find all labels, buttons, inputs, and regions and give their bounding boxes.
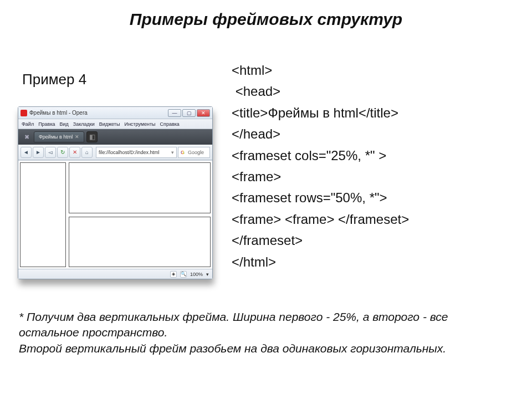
menu-bookmarks[interactable]: Закладки xyxy=(73,121,95,127)
google-icon xyxy=(181,150,186,155)
zoom-level: 100% xyxy=(190,272,203,277)
wrench-icon[interactable]: ✖ xyxy=(22,132,32,142)
browser-tab[interactable]: Фреймы в html ✕ xyxy=(34,131,84,142)
code-listing: <html> <head> <title>Фреймы в html</titl… xyxy=(232,60,514,273)
speed-dial-button[interactable]: ◧ xyxy=(86,131,98,142)
opera-icon xyxy=(21,110,27,116)
navbar: ◄ ► ◅ ↻ ✕ ⌂ file://localhost/D:/index.ht… xyxy=(18,145,212,160)
footnote: * Получим два вертикальных фрейма. Ширин… xyxy=(19,309,501,356)
code-line: <frame> xyxy=(232,169,281,184)
window-title: Фреймы в html - Opera xyxy=(29,110,168,116)
zoom-icon[interactable]: 🔍 xyxy=(180,271,187,278)
footnote-line: Второй вертикальный фрейм разобьем на дв… xyxy=(19,341,501,356)
forward-button[interactable]: ► xyxy=(33,147,44,158)
code-line: </html> xyxy=(232,254,276,269)
code-line: </frameset> xyxy=(232,233,303,248)
zoom-dropdown-icon[interactable]: ▾ xyxy=(206,272,209,277)
menu-view[interactable]: Вид xyxy=(60,121,69,127)
code-line: <frameset cols="25%, *" > xyxy=(232,148,386,163)
menubar: Файл Правка Вид Закладки Виджеты Инструм… xyxy=(18,119,212,129)
back-button[interactable]: ◄ xyxy=(21,147,32,158)
frame-right-container xyxy=(69,162,211,267)
footnote-line: * Получим два вертикальных фрейма. Ширин… xyxy=(19,309,501,341)
example-label: Пример 4 xyxy=(22,71,86,88)
frame-right-top xyxy=(69,162,211,213)
code-line: <frame> <frame> </frameset> xyxy=(232,212,409,227)
tabbar: ✖ Фреймы в html ✕ ◧ xyxy=(18,129,212,145)
window-titlebar: Фреймы в html - Opera — ▢ ✕ xyxy=(18,107,212,119)
code-line: <frameset rows="50%, *"> xyxy=(232,190,387,205)
slide-title: Примеры фреймовых структур xyxy=(0,10,532,29)
menu-file[interactable]: Файл xyxy=(22,121,34,127)
status-icon[interactable]: ◈ xyxy=(170,271,177,278)
maximize-button[interactable]: ▢ xyxy=(182,109,196,117)
stop-button[interactable]: ✕ xyxy=(69,147,80,158)
address-bar[interactable]: file://localhost/D:/index.html ▾ xyxy=(96,147,177,158)
home-button[interactable]: ⌂ xyxy=(81,147,93,158)
menu-help[interactable]: Справка xyxy=(160,121,180,127)
menu-widgets[interactable]: Виджеты xyxy=(99,121,120,127)
code-line: <html> xyxy=(232,63,272,78)
code-line: <title>Фреймы в html</title> xyxy=(232,105,398,120)
frame-right-bottom xyxy=(69,217,211,268)
search-box[interactable]: Google xyxy=(178,147,210,158)
statusbar: ◈ 🔍 100% ▾ xyxy=(18,269,212,279)
close-button[interactable]: ✕ xyxy=(197,109,210,117)
tab-label: Фреймы в html xyxy=(39,134,73,140)
tab-close-icon[interactable]: ✕ xyxy=(75,134,79,140)
frame-left xyxy=(20,162,66,267)
reload-button[interactable]: ↻ xyxy=(57,147,68,158)
search-placeholder: Google xyxy=(188,150,204,155)
code-line: </head> xyxy=(232,126,280,141)
page-content xyxy=(18,160,212,269)
address-text: file://localhost/D:/index.html xyxy=(99,150,160,155)
menu-edit[interactable]: Правка xyxy=(38,121,55,127)
browser-window: Фреймы в html - Opera — ▢ ✕ Файл Правка … xyxy=(18,106,213,279)
rewind-button[interactable]: ◅ xyxy=(45,147,56,158)
code-line: <head> xyxy=(232,84,280,99)
menu-tools[interactable]: Инструменты xyxy=(124,121,155,127)
minimize-button[interactable]: — xyxy=(168,109,181,117)
